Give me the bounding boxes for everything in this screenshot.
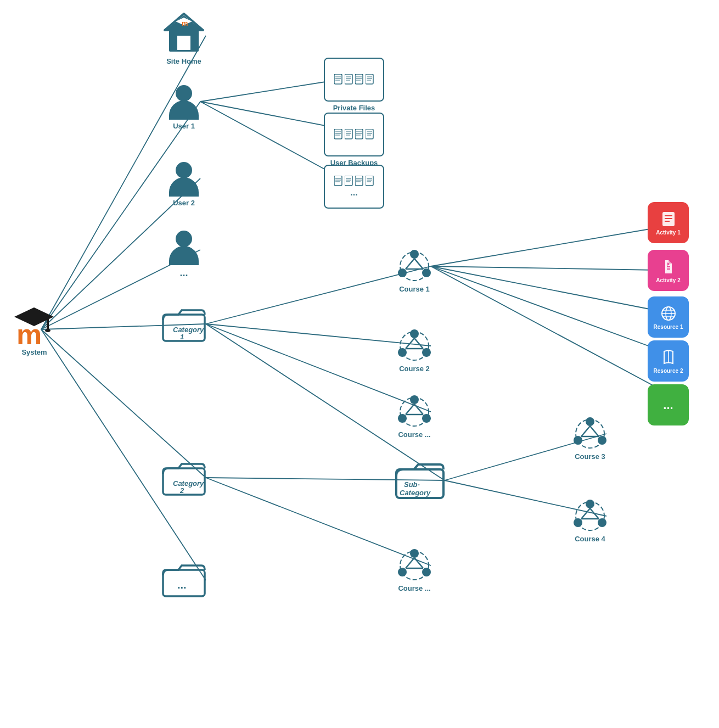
svg-point-104: [410, 395, 419, 404]
res-more-box: ...: [648, 384, 689, 425]
system-label: System: [21, 348, 47, 357]
svg-point-99: [398, 348, 407, 357]
svg-line-109: [406, 404, 414, 415]
svg-rect-61: [345, 129, 352, 139]
svg-line-6: [41, 329, 206, 580]
svg-point-106: [398, 414, 407, 423]
resource2-label: Resource 2: [654, 368, 683, 374]
svg-point-97: [410, 329, 419, 338]
system-node: m System: [11, 305, 58, 357]
course-more1-node: Course ...: [398, 395, 431, 439]
activity1-box: Activity 1: [648, 202, 689, 243]
svg-point-25: [45, 329, 50, 332]
course-more2-icon: [398, 549, 431, 582]
course3-node: Course 3: [574, 417, 606, 461]
svg-point-123: [574, 436, 582, 445]
svg-rect-77: [345, 176, 352, 186]
resource2-icon: [660, 349, 677, 366]
svg-line-117: [414, 558, 423, 568]
svg-line-126: [581, 426, 590, 436]
course4-label: Course 4: [575, 535, 605, 544]
activity1-node: Activity 1: [648, 202, 689, 243]
svg-point-91: [422, 268, 431, 277]
svg-point-121: [586, 417, 594, 426]
svg-rect-41: [334, 74, 342, 84]
svg-point-105: [422, 414, 431, 423]
svg-text:Category: Category: [400, 489, 431, 497]
svg-rect-49: [355, 74, 363, 84]
course3-icon: [574, 417, 606, 450]
user1-node: User 1: [169, 85, 199, 131]
user-backups-node: User Backups: [324, 113, 384, 167]
svg-rect-30: [177, 36, 190, 50]
svg-point-90: [410, 250, 419, 259]
svg-line-131: [590, 508, 599, 519]
course-more2-label: Course ...: [398, 584, 430, 593]
files-more-dots: ...: [350, 188, 357, 198]
category-more-node: ...: [162, 560, 206, 597]
svg-line-124: [590, 426, 599, 436]
svg-text:Category: Category: [173, 479, 204, 488]
resource1-label: Resource 1: [654, 324, 683, 330]
svg-text:Category: Category: [173, 326, 204, 334]
user-more-label: ...: [179, 267, 188, 279]
user1-label: User 1: [173, 122, 195, 131]
user-more-node: ...: [169, 231, 199, 279]
house-icon: m: [162, 11, 206, 55]
activity2-icon: [660, 258, 677, 276]
private-files-box: [324, 58, 384, 102]
svg-line-5: [41, 329, 206, 478]
svg-rect-65: [355, 129, 363, 139]
res-more-node: ...: [648, 384, 689, 425]
user2-node: User 2: [169, 162, 199, 208]
svg-line-133: [581, 508, 590, 519]
svg-point-114: [410, 549, 419, 558]
resource1-icon: [660, 305, 677, 322]
svg-point-122: [598, 436, 606, 445]
course1-icon: [398, 250, 431, 283]
activity2-label: Activity 2: [656, 277, 680, 283]
svg-text:Sub-: Sub-: [404, 480, 420, 489]
course2-node: Course 2: [398, 329, 431, 373]
category1-node: Category 1: [162, 305, 206, 342]
svg-rect-24: [47, 317, 49, 329]
category2-node: Category 2: [162, 458, 206, 496]
private-files-node: Private Files: [324, 58, 384, 113]
svg-line-10: [206, 266, 431, 324]
category2-folder-icon: Category 2: [162, 458, 206, 496]
files-more-box: ...: [324, 165, 384, 209]
course2-label: Course 2: [399, 365, 430, 373]
course3-label: Course 3: [575, 452, 605, 461]
category1-folder-icon: Category 1: [162, 305, 206, 342]
private-files-label: Private Files: [333, 104, 375, 113]
user-backups-box: [324, 113, 384, 156]
svg-point-98: [422, 348, 431, 357]
activity1-label: Activity 1: [656, 229, 680, 236]
svg-rect-45: [345, 74, 352, 84]
svg-point-130: [574, 518, 582, 527]
svg-text:1: 1: [180, 333, 184, 341]
subcategory-folder-icon: Sub- Category: [395, 458, 445, 500]
files-more-node: ...: [324, 165, 384, 209]
course4-icon: [574, 500, 606, 533]
category-more-folder-icon: ...: [162, 560, 206, 597]
svg-point-129: [598, 518, 606, 527]
user-more-icon: [169, 231, 199, 265]
svg-rect-85: [366, 176, 373, 186]
svg-rect-73: [334, 176, 342, 186]
svg-line-11: [206, 324, 431, 346]
resource1-node: Resource 1: [648, 296, 689, 338]
svg-line-102: [406, 338, 414, 349]
resource2-node: Resource 2: [648, 340, 689, 382]
svg-line-95: [406, 259, 414, 269]
svg-line-119: [406, 558, 414, 568]
svg-text:...: ...: [177, 579, 187, 591]
course4-node: Course 4: [574, 500, 606, 544]
svg-rect-53: [366, 74, 373, 84]
svg-point-115: [422, 568, 431, 576]
res-more-dots: ...: [663, 398, 673, 412]
svg-line-12: [206, 324, 431, 412]
site-home-node: m Site Home: [162, 11, 206, 66]
user2-icon: [169, 162, 199, 197]
course-more1-icon: [398, 395, 431, 428]
